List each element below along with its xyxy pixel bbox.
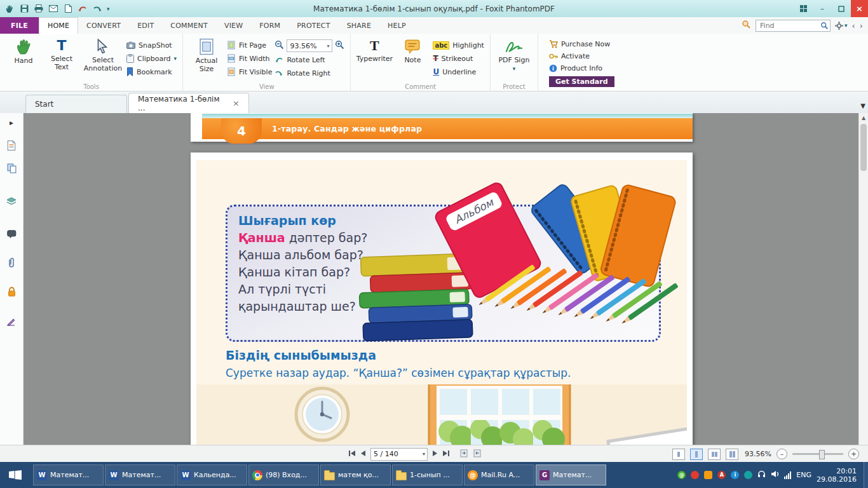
- taskbar-item-foxit-active[interactable]: G Математ...: [536, 464, 606, 485]
- select-annotation-button[interactable]: Select Annotation: [82, 36, 124, 72]
- email-icon[interactable]: [48, 4, 58, 14]
- show-desktop-button[interactable]: [864, 462, 868, 488]
- taskbar-item-word-3[interactable]: W Кальенда...: [177, 464, 247, 485]
- scrollbar-thumb[interactable]: [860, 124, 867, 171]
- taskbar-item-word-2[interactable]: W Математ...: [105, 464, 175, 485]
- vertical-scrollbar[interactable]: ▲: [858, 113, 868, 445]
- search-options-button[interactable]: ▾: [835, 22, 848, 30]
- typewriter-button[interactable]: T Typewriter: [356, 36, 392, 63]
- tab-protect[interactable]: PROTECT: [288, 17, 338, 34]
- actual-size-button[interactable]: Actual Size: [189, 36, 224, 73]
- continuous-facing-view-icon[interactable]: [726, 449, 738, 460]
- hand-button[interactable]: Hand: [6, 36, 41, 65]
- zoom-in-button[interactable]: +: [848, 449, 859, 459]
- hand-tool-icon[interactable]: [4, 4, 15, 14]
- tab-help[interactable]: HELP: [379, 17, 414, 34]
- tab-convert[interactable]: CONVERT: [78, 17, 129, 34]
- taskbar-item-folder-2[interactable]: 1-сынып ...: [392, 464, 463, 485]
- zoom-slider[interactable]: [792, 453, 843, 455]
- taskbar-item-word-1[interactable]: W Математ...: [33, 464, 104, 485]
- tab-file[interactable]: FILE: [0, 17, 39, 34]
- tray-red-icon[interactable]: [691, 471, 699, 479]
- get-standard-button[interactable]: Get Standard: [549, 76, 614, 87]
- tray-headset-icon[interactable]: [757, 470, 766, 480]
- first-page-button[interactable]: [348, 450, 356, 459]
- purchase-now-button[interactable]: Purchase Now: [549, 39, 614, 50]
- signature-panel-icon[interactable]: [0, 313, 23, 329]
- continuous-view-icon[interactable]: [690, 449, 703, 460]
- find-history-icon[interactable]: [742, 20, 751, 31]
- ui-options-button[interactable]: [794, 0, 813, 17]
- tab-edit[interactable]: EDIT: [129, 17, 162, 34]
- attachments-panel-icon[interactable]: [0, 254, 23, 271]
- network-icon[interactable]: [784, 471, 791, 479]
- restore-button[interactable]: [832, 0, 851, 17]
- close-tab-icon[interactable]: ×: [233, 98, 240, 108]
- print-icon[interactable]: [34, 4, 44, 14]
- next-view-icon[interactable]: [473, 449, 482, 459]
- tray-agent-icon[interactable]: @: [677, 471, 686, 479]
- strikeout-button[interactable]: T Strikeout: [433, 53, 484, 64]
- caret-down-icon[interactable]: ▾: [423, 451, 427, 457]
- product-info-button[interactable]: i Product Info: [549, 63, 614, 74]
- next-page-button[interactable]: [432, 450, 438, 459]
- panel-expand-icon[interactable]: ▸: [0, 114, 23, 131]
- undo-icon[interactable]: [78, 4, 88, 14]
- pages-panel-icon[interactable]: [0, 160, 23, 177]
- collapse-ribbon-right-icon[interactable]: ›: [860, 22, 863, 30]
- minimize-button[interactable]: –: [813, 0, 832, 17]
- document-icon[interactable]: [63, 4, 73, 14]
- fit-visible-button[interactable]: Fit Visible: [227, 66, 272, 78]
- zoom-combobox[interactable]: 93.56% ▾: [287, 39, 332, 52]
- zoom-in-icon[interactable]: [335, 40, 344, 51]
- page-number-input[interactable]: [371, 450, 419, 458]
- tray-speaker-icon[interactable]: [771, 470, 779, 480]
- zoom-out-icon[interactable]: [275, 40, 284, 51]
- facing-view-icon[interactable]: [708, 449, 721, 460]
- qat-customize-caret[interactable]: ▾: [107, 6, 110, 12]
- highlight-button[interactable]: abc Highlight: [433, 39, 484, 51]
- rotate-right-button[interactable]: Rotate Right: [275, 67, 344, 79]
- single-page-view-icon[interactable]: [672, 449, 685, 460]
- taskbar-item-chrome[interactable]: (98) Вход...: [248, 464, 319, 485]
- clipboard-button[interactable]: Clipboard ▾: [126, 53, 177, 64]
- language-indicator[interactable]: ENG: [796, 471, 811, 479]
- redo-icon[interactable]: [92, 4, 102, 14]
- pdf-sign-button[interactable]: PDF Sign ▾: [496, 36, 532, 73]
- comments-panel-icon[interactable]: [0, 226, 23, 243]
- tab-share[interactable]: SHARE: [339, 17, 379, 34]
- tray-shield-icon[interactable]: [704, 471, 712, 479]
- doc-tab-current[interactable]: Математика 1-бөлім ... ×: [128, 93, 249, 113]
- collapse-ribbon-left-icon[interactable]: ‹: [852, 22, 855, 30]
- zoom-slider-thumb[interactable]: [819, 450, 825, 459]
- fit-width-button[interactable]: Fit Width: [227, 53, 272, 64]
- find-input[interactable]: [756, 20, 831, 32]
- rotate-left-button[interactable]: Rotate Left: [275, 54, 344, 65]
- scroll-up-icon[interactable]: ▲: [859, 113, 868, 123]
- activate-button[interactable]: Activate: [549, 51, 614, 62]
- last-page-button[interactable]: [442, 450, 450, 459]
- start-button[interactable]: [0, 462, 31, 488]
- doc-tab-start[interactable]: Start: [25, 95, 127, 113]
- fit-page-button[interactable]: Fit Page: [227, 39, 272, 51]
- clock[interactable]: 20:01 29.08.2016: [817, 467, 857, 484]
- tray-teal-icon[interactable]: [744, 471, 752, 479]
- previous-view-icon[interactable]: [459, 449, 468, 459]
- snapshot-button[interactable]: SnapShot: [126, 39, 177, 51]
- tray-avira-icon[interactable]: A: [717, 471, 726, 479]
- close-button[interactable]: ×: [851, 0, 868, 17]
- zoom-out-button[interactable]: –: [776, 449, 787, 459]
- save-icon[interactable]: [19, 4, 29, 14]
- taskbar-item-mailru[interactable]: @ Mail.Ru A...: [464, 464, 534, 485]
- tab-home[interactable]: HOME: [39, 17, 78, 34]
- tab-comment[interactable]: COMMENT: [162, 17, 216, 34]
- security-panel-icon[interactable]: [0, 283, 23, 300]
- search-icon[interactable]: [820, 22, 829, 32]
- select-text-button[interactable]: T Select Text: [44, 36, 79, 71]
- bookmark-button[interactable]: Bookmark: [126, 66, 177, 78]
- underline-button[interactable]: U Underline: [433, 66, 484, 78]
- note-button[interactable]: Note: [395, 36, 430, 64]
- tray-info-icon[interactable]: i: [731, 471, 739, 479]
- taskbar-item-folder-1[interactable]: матем қо...: [320, 464, 391, 485]
- bookmark-panel-icon[interactable]: [0, 137, 23, 154]
